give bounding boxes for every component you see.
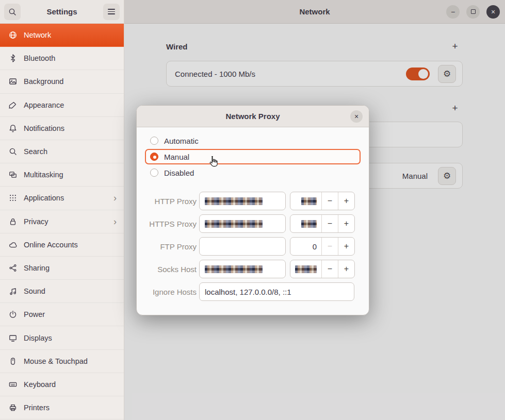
proxy-option-manual[interactable]: Manual (145, 149, 361, 164)
sidebar-item-online-accounts[interactable]: Online Accounts (0, 233, 124, 257)
http-port-decrease-button[interactable]: − (321, 192, 338, 210)
appearance-icon (9, 101, 17, 109)
sidebar-item-multitasking[interactable]: Multitasking (0, 163, 124, 187)
sidebar-item-notifications[interactable]: Notifications (0, 117, 124, 140)
https-proxy-row: HTTPS Proxy − + (145, 214, 361, 233)
socks-port-value[interactable] (290, 260, 321, 278)
sidebar-item-applications[interactable]: Applications › (0, 187, 124, 210)
radio-icon (150, 137, 158, 145)
dialog-body: Automatic Manual Disabled HTTP Proxy − + (137, 127, 369, 301)
sidebar-item-label: Mouse & Touchpad (24, 357, 88, 365)
https-port-decrease-button[interactable]: − (321, 215, 338, 232)
bluetooth-icon (9, 54, 17, 62)
https-port-increase-button[interactable]: + (338, 215, 354, 232)
sidebar-headerbar: Settings (0, 0, 124, 24)
sidebar-item-label: Online Accounts (24, 241, 78, 249)
background-icon (9, 77, 17, 86)
sidebar-item-keyboard[interactable]: Keyboard (0, 373, 124, 396)
ftp-port-spinner: 0 − + (290, 237, 355, 256)
sidebar-item-label: Displays (24, 334, 52, 342)
http-proxy-input[interactable] (199, 192, 286, 210)
sidebar-item-label: Multitasking (24, 171, 63, 179)
dialog-close-button[interactable]: × (350, 110, 363, 123)
https-port-spinner: − + (290, 214, 355, 233)
sidebar-item-search[interactable]: Search (0, 140, 124, 163)
proxy-option-disabled[interactable]: Disabled (145, 165, 361, 180)
http-port-spinner: − + (290, 192, 355, 210)
ftp-port-value[interactable]: 0 (290, 238, 321, 255)
keyboard-icon (9, 380, 17, 389)
proxy-option-automatic[interactable]: Automatic (145, 133, 361, 148)
sidebar-item-sharing[interactable]: Sharing (0, 257, 124, 280)
dialog-headerbar: Network Proxy × (137, 106, 369, 127)
sidebar-item-privacy[interactable]: Privacy › (0, 210, 124, 233)
radio-label: Manual (164, 153, 189, 161)
music-note-icon (9, 287, 17, 295)
mouse-icon (9, 357, 17, 365)
socks-port-increase-button[interactable]: + (338, 260, 354, 278)
hamburger-icon (108, 9, 115, 14)
sidebar-item-background[interactable]: Background (0, 70, 124, 93)
sidebar-item-label: Search (24, 147, 47, 156)
sidebar-item-power[interactable]: Power (0, 303, 124, 326)
socks-host-row: Socks Host − + (145, 260, 361, 278)
bell-icon (9, 124, 17, 132)
multitasking-icon (9, 171, 17, 179)
search-button[interactable] (4, 4, 21, 20)
socks-port-decrease-button[interactable]: − (321, 260, 338, 278)
redacted-text (205, 220, 263, 228)
http-proxy-row: HTTP Proxy − + (145, 192, 361, 210)
sidebar-item-label: Network (24, 31, 51, 39)
socks-port-spinner: − + (290, 260, 355, 278)
socks-host-label: Socks Host (145, 265, 197, 274)
radio-icon (150, 169, 158, 177)
https-proxy-input[interactable] (199, 214, 286, 233)
sidebar-item-label: Keyboard (24, 380, 56, 389)
ignore-hosts-input[interactable] (199, 282, 354, 301)
sidebar-item-label: Notifications (24, 124, 64, 132)
http-proxy-label: HTTP Proxy (145, 197, 197, 206)
search-icon (8, 8, 17, 16)
network-icon (9, 31, 17, 39)
ftp-proxy-row: FTP Proxy 0 − + (145, 237, 361, 256)
menu-button[interactable] (103, 4, 120, 20)
sidebar-item-appearance[interactable]: Appearance (0, 94, 124, 117)
sidebar-list: Network Bluetooth Background Appearance … (0, 24, 124, 420)
ftp-proxy-label: FTP Proxy (145, 242, 197, 251)
printer-icon (9, 404, 17, 412)
redacted-text (295, 265, 317, 273)
lock-icon (9, 217, 17, 226)
sidebar-item-label: Printers (24, 404, 50, 412)
dialog-title: Network Proxy (225, 112, 280, 121)
sidebar-item-printers[interactable]: Printers (0, 396, 124, 419)
sidebar-item-mouse-touchpad[interactable]: Mouse & Touchpad (0, 350, 124, 373)
close-icon: × (354, 112, 359, 121)
sidebar: Settings Network Bluetooth Background Ap… (0, 0, 124, 420)
http-port-increase-button[interactable]: + (338, 192, 354, 210)
sidebar-item-network[interactable]: Network (0, 24, 124, 47)
ftp-port-decrease-button[interactable]: − (321, 238, 338, 255)
ftp-proxy-input[interactable] (199, 237, 286, 256)
sidebar-item-sound[interactable]: Sound (0, 280, 124, 303)
sidebar-item-bluetooth[interactable]: Bluetooth (0, 47, 124, 70)
radio-label: Automatic (164, 137, 199, 145)
display-icon (9, 334, 17, 342)
cloud-icon (9, 241, 17, 249)
redacted-text (205, 197, 263, 205)
apps-grid-icon (9, 194, 17, 202)
redacted-text (301, 220, 317, 228)
sidebar-item-label: Background (24, 77, 63, 86)
ftp-port-increase-button[interactable]: + (338, 238, 354, 255)
sidebar-item-label: Privacy (24, 217, 48, 226)
socks-host-input[interactable] (199, 260, 286, 278)
sidebar-item-label: Sharing (24, 264, 50, 272)
redacted-text (301, 197, 317, 205)
ignore-hosts-row: Ignore Hosts (145, 282, 361, 301)
sidebar-item-displays[interactable]: Displays (0, 326, 124, 349)
sidebar-item-label: Power (24, 310, 45, 318)
search-icon (9, 147, 17, 156)
sidebar-item-label: Appearance (24, 101, 64, 109)
chevron-right-icon: › (113, 217, 117, 226)
https-port-value[interactable] (290, 215, 321, 232)
http-port-value[interactable] (290, 192, 321, 210)
